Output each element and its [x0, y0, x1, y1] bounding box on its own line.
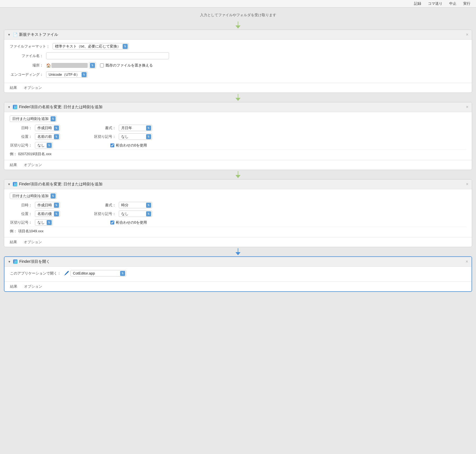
card3-datetime-label: 日時： [10, 203, 32, 208]
card2-position-select[interactable]: 名前の前 [35, 133, 60, 140]
card3-position-select[interactable]: 名前の後 [35, 211, 60, 217]
card4-options-tab[interactable]: オプション [24, 283, 44, 290]
card3-grid: 日時： 作成日時 ⇅ 書式： 時分 ⇅ [10, 202, 466, 226]
card4-result-tab[interactable]: 結果 [10, 283, 20, 290]
card3-example-value: 項目名1049.xxx [18, 229, 44, 233]
card4-collapse-icon[interactable]: ▼ [8, 260, 11, 263]
stop-button[interactable]: 中止 [449, 1, 456, 6]
card1-location-blurred [51, 63, 88, 68]
card1-encoding-select[interactable]: Unicode（UTF-8） [46, 71, 88, 78]
card1-result-tab[interactable]: 結果 [10, 85, 19, 91]
card2-footer: 結果 オプション [4, 160, 472, 170]
card4-body: このアプリケーションで開く： 🖊️ CotEditor.app ⇅ [4, 267, 472, 282]
connector-line-blue [238, 248, 238, 252]
card2-close-button[interactable]: × [466, 105, 468, 109]
card3-options-tab[interactable]: オプション [24, 239, 44, 245]
card3-close-button[interactable]: × [466, 182, 468, 186]
card2-position-select-wrap: 名前の前 ⇅ [35, 133, 60, 140]
card3-footer: 結果 オプション [4, 237, 472, 247]
card3-sep1-select-wrap: なし ⇅ [35, 219, 53, 226]
card2-title: Finder項目の名前を変更: 日付または時刻を追加 [19, 105, 468, 110]
card2-sep2-cell: 区切り記号： なし ⇅ [94, 133, 466, 140]
card3-zero-padding-checkbox[interactable] [110, 221, 114, 224]
card3-sep2-select[interactable]: なし [119, 211, 152, 217]
card4-title: Finder項目を開く [19, 259, 468, 264]
card2-sep1-select[interactable]: なし [35, 142, 53, 148]
connector-arrow [235, 175, 241, 178]
card2-sep2-select[interactable]: なし [119, 133, 152, 140]
card-open-finder-item: ▼ F Finder項目を開く × このアプリケーションで開く： 🖊️ CotE… [4, 256, 472, 292]
card1-replace-label: 既存のファイルを置き換える [106, 63, 153, 68]
card3-body: 日付または時刻を追加 ⇅ 日時： 作成日時 ⇅ [4, 189, 472, 237]
run-button[interactable]: 実行 [463, 1, 470, 6]
card3-sep1-cell: 区切り記号： なし ⇅ [10, 219, 94, 226]
card2-datetime-cell: 日時： 作成日時 ⇅ [10, 125, 94, 131]
card4-finder-icon: F [13, 259, 18, 264]
card2-example-label: 例： [10, 152, 17, 156]
card1-title: 新規テキストファイル [19, 32, 468, 37]
card1-file-format-row: ファイルフォーマット： 標準テキスト（txt、必要に応じて変換） ⇅ [10, 43, 466, 49]
card3-format-select-wrap: 時分 ⇅ [119, 202, 152, 208]
card3-mode-select[interactable]: 日付または時刻を追加 [10, 193, 57, 199]
card4-app-select[interactable]: CotEditor.app [70, 270, 126, 276]
card4-close-button[interactable]: × [466, 259, 468, 264]
toolbar: 記録 コマ送り 中止 実行 [0, 0, 476, 8]
card1-file-name-row: ファイル名： _.txt [10, 52, 466, 59]
card2-mode-row: 日付または時刻を追加 ⇅ [10, 115, 466, 122]
card2-options-tab[interactable]: オプション [24, 162, 44, 168]
card3-position-select-wrap: 名前の後 ⇅ [35, 211, 60, 217]
card4-app-select-wrap: CotEditor.app ⇅ [70, 270, 126, 276]
card1-file-name-input[interactable]: _.txt [46, 52, 169, 59]
card2-mode-select[interactable]: 日付または時刻を追加 [10, 115, 57, 122]
card2-collapse-icon[interactable]: ▼ [8, 105, 11, 109]
card4-header: ▼ F Finder項目を開く × [4, 257, 472, 267]
card4-app-icon: 🖊️ [64, 271, 69, 276]
card2-finder-icon: F [13, 105, 17, 109]
card1-doc-icon: 📄 [13, 32, 17, 37]
card1-encoding-row: エンコーディング： Unicode（UTF-8） ⇅ [10, 71, 466, 78]
card1-replace-checkbox[interactable] [100, 63, 104, 67]
card1-location-select[interactable] [89, 62, 96, 68]
card2-position-label: 位置： [10, 134, 32, 139]
card3-sep1-select[interactable]: なし [35, 219, 53, 226]
record-button[interactable]: 記録 [414, 1, 421, 6]
connector-line [238, 22, 238, 25]
card2-sep2-label: 区切り記号： [94, 134, 116, 139]
card1-collapse-icon[interactable]: ▼ [8, 33, 11, 36]
card2-datetime-select[interactable]: 作成日時 [35, 125, 60, 131]
card2-position-cell: 位置： 名前の前 ⇅ [10, 133, 94, 140]
connector-arrow [235, 98, 241, 101]
card1-close-button[interactable]: × [466, 32, 468, 37]
card1-file-format-select[interactable]: 標準テキスト（txt、必要に応じて変換） [53, 43, 129, 49]
card2-result-tab[interactable]: 結果 [10, 162, 19, 168]
card3-finder-icon: F [13, 182, 17, 186]
main-content: ▼ 📄 新規テキストファイル × ファイルフォーマット： 標準テキスト（txt、… [0, 30, 476, 303]
card1-location-select-wrap: ⇅ [89, 62, 96, 68]
card2-format-label: 書式： [94, 126, 116, 131]
card2-zero-padding-label: 桁合わせの0を使用 [116, 143, 147, 148]
card3-collapse-icon[interactable]: ▼ [8, 183, 11, 186]
card3-mode-select-wrap: 日付または時刻を追加 ⇅ [10, 193, 57, 199]
connector-line [238, 94, 238, 98]
card4-open-with-label: このアプリケーションで開く： [10, 271, 61, 276]
step-send-button[interactable]: コマ送り [428, 1, 442, 6]
card4-app-row: このアプリケーションで開く： 🖊️ CotEditor.app ⇅ [10, 270, 466, 276]
card3-sep2-cell: 区切り記号： なし ⇅ [94, 211, 466, 217]
card3-zero-padding-label: 桁合わせの0を使用 [116, 220, 147, 225]
card2-zero-padding-checkbox[interactable] [110, 143, 114, 147]
card2-sep1-label: 区切り記号： [10, 143, 32, 148]
card1-options-tab[interactable]: オプション [24, 85, 44, 91]
card4-footer: 結果 オプション [4, 282, 472, 291]
card3-result-tab[interactable]: 結果 [10, 239, 19, 245]
connector-3-4 [0, 247, 476, 256]
card3-datetime-select[interactable]: 作成日時 [35, 202, 60, 208]
card1-encoding-select-wrap: Unicode（UTF-8） ⇅ [46, 71, 88, 78]
card2-sep1-cell: 区切り記号： なし ⇅ [10, 142, 94, 148]
card1-replace-wrap: 既存のファイルを置き換える [100, 63, 153, 68]
card2-format-select[interactable]: 月日年 [119, 125, 152, 131]
card1-file-format-select-wrap: 標準テキスト（txt、必要に応じて変換） ⇅ [53, 43, 129, 49]
card2-format-cell: 書式： 月日年 ⇅ [94, 125, 466, 131]
card3-zero-padding-cell: 桁合わせの0を使用 [94, 219, 466, 226]
card1-footer: 結果 オプション [4, 83, 472, 93]
card3-format-select[interactable]: 時分 [119, 202, 152, 208]
